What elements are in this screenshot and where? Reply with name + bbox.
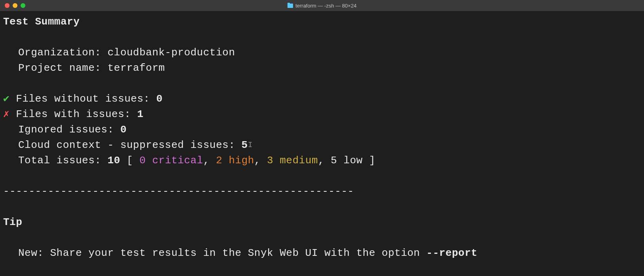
files-with-issues-label: Files with issues:: [16, 108, 137, 120]
window-titlebar: terraform — -zsh — 80×24: [0, 0, 644, 11]
blank-line: [3, 230, 641, 246]
terminal-output[interactable]: Test Summary Organization: cloudbank-pro…: [0, 11, 644, 264]
total-row: Total issues: 10 [ 0 critical, 2 high, 3…: [3, 153, 641, 168]
medium-count: 3 medium: [267, 155, 318, 166]
window-title: terraform — -zsh — 80×24: [288, 3, 356, 9]
project-value: terraform: [107, 62, 165, 74]
organization-value: cloudbank-production: [107, 47, 235, 59]
ignored-value: 0: [120, 124, 127, 136]
files-with-issues-value: 1: [137, 108, 143, 120]
project-row: Project name: terraform: [3, 60, 641, 76]
tip-flag: --report: [427, 247, 478, 259]
sep: ,: [254, 155, 267, 166]
critical-count: 0 critical: [139, 155, 203, 166]
bracket-close: ]: [363, 155, 375, 166]
files-without-issues-value: 0: [156, 93, 163, 105]
files-with-issues-row: ✗ Files with issues: 1: [3, 107, 641, 122]
sep: ,: [318, 155, 331, 166]
traffic-lights: [5, 3, 25, 8]
bracket-open: [: [120, 155, 139, 166]
tip-text: New: Share your test results in the Snyk…: [18, 247, 427, 259]
total-label: Total issues:: [18, 155, 107, 166]
maximize-button[interactable]: [21, 3, 25, 8]
divider: ----------------------------------------…: [3, 184, 641, 199]
ignored-label: Ignored issues:: [18, 124, 120, 136]
suppressed-label: Cloud context - suppressed issues:: [18, 139, 242, 151]
blank-line: [3, 76, 641, 91]
low-count: 5 low: [331, 155, 363, 166]
check-icon: ✔: [3, 93, 10, 105]
x-icon: ✗: [3, 108, 10, 120]
organization-row: Organization: cloudbank-production: [3, 45, 641, 60]
organization-label: Organization:: [18, 47, 107, 59]
suppressed-row: Cloud context - suppressed issues: 5I: [3, 138, 641, 153]
close-button[interactable]: [5, 3, 10, 8]
ignored-row: Ignored issues: 0: [3, 122, 641, 138]
files-without-issues-row: ✔ Files without issues: 0: [3, 91, 641, 107]
files-without-issues-label: Files without issues:: [16, 93, 156, 105]
text-cursor-icon: I: [248, 140, 253, 149]
folder-icon: [288, 4, 293, 8]
tip-heading: Tip: [3, 215, 641, 230]
summary-heading: Test Summary: [3, 14, 641, 30]
high-count: 2 high: [216, 155, 254, 166]
total-value: 10: [107, 155, 120, 166]
sep: ,: [203, 155, 216, 166]
title-text: terraform — -zsh — 80×24: [295, 3, 356, 9]
project-label: Project name:: [18, 62, 107, 74]
blank-line: [3, 199, 641, 215]
tip-row: New: Share your test results in the Snyk…: [3, 246, 641, 261]
blank-line: [3, 168, 641, 184]
suppressed-value: 5: [242, 139, 248, 151]
blank-line: [3, 30, 641, 45]
minimize-button[interactable]: [13, 3, 17, 8]
